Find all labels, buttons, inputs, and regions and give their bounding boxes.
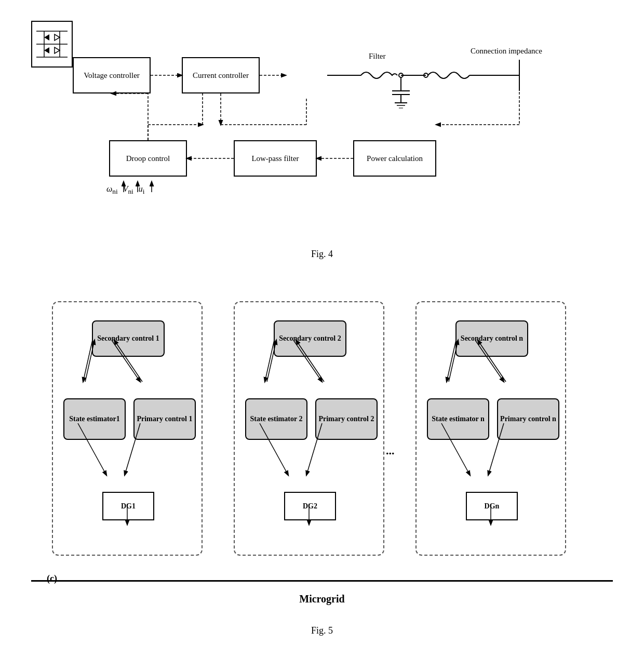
fig4-caption: Fig. 4	[31, 249, 613, 260]
svg-line-58	[475, 340, 504, 382]
svg-line-42	[83, 340, 92, 382]
svg-line-46	[78, 423, 106, 475]
svg-line-53	[260, 423, 288, 475]
figure-5: Secondary control 1 State estimator1 Pri…	[31, 286, 613, 639]
fig4-connections	[31, 21, 613, 265]
svg-line-43	[85, 340, 95, 382]
svg-line-52	[296, 340, 324, 382]
svg-line-61	[488, 423, 504, 475]
svg-line-50	[267, 340, 276, 382]
svg-line-56	[447, 340, 456, 382]
figure-4: Voltage controller Current controller	[31, 21, 613, 265]
svg-line-45	[114, 340, 142, 382]
svg-line-44	[112, 340, 140, 382]
svg-line-57	[449, 340, 458, 382]
svg-line-47	[125, 423, 140, 475]
svg-line-59	[478, 340, 506, 382]
page: Voltage controller Current controller	[0, 0, 644, 658]
fig5-connections	[31, 286, 613, 639]
svg-line-49	[265, 340, 274, 382]
svg-line-51	[293, 340, 322, 382]
svg-line-54	[306, 423, 322, 475]
svg-line-60	[441, 423, 470, 475]
